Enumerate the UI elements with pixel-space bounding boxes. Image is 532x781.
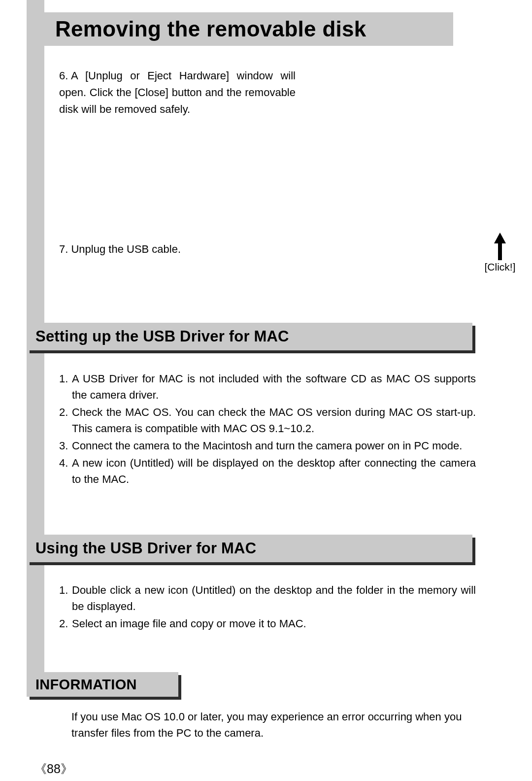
click-arrow-block: [Click!] bbox=[483, 233, 517, 273]
manual-page: Removing the removable disk 6.A [Unplug … bbox=[0, 0, 532, 781]
step-number: 7. bbox=[59, 243, 68, 255]
list-item: 1. Double click a new icon (Untitled) on… bbox=[59, 582, 476, 614]
information-title: INFORMATION bbox=[35, 677, 137, 693]
page-number-text: 《88》 bbox=[34, 762, 73, 776]
section-title: Using the USB Driver for MAC bbox=[35, 540, 256, 557]
using-list: 1. Double click a new icon (Untitled) on… bbox=[59, 582, 476, 633]
item-text: Check the MAC OS. You can check the MAC … bbox=[72, 404, 476, 437]
item-text: A new icon (Untitled) will be displayed … bbox=[72, 455, 476, 487]
item-number: 2. bbox=[59, 615, 72, 632]
step-text: Unplug the USB cable. bbox=[71, 243, 181, 255]
list-item: 4. A new icon (Untitled) will be display… bbox=[59, 455, 476, 487]
step-6: 6.A [Unplug or Eject Hardware] window wi… bbox=[59, 68, 296, 118]
header-bar: Setting up the USB Driver for MAC bbox=[27, 323, 472, 350]
click-label: [Click!] bbox=[483, 261, 517, 273]
item-text: Double click a new icon (Untitled) on th… bbox=[72, 582, 476, 614]
item-number: 1. bbox=[59, 371, 72, 403]
section-header-setup: Setting up the USB Driver for MAC bbox=[27, 323, 472, 350]
header-bar: Using the USB Driver for MAC bbox=[27, 535, 472, 562]
page-title: Removing the removable disk bbox=[55, 17, 366, 41]
page-number: 《88》 bbox=[34, 761, 73, 777]
section-title: Setting up the USB Driver for MAC bbox=[35, 328, 289, 345]
item-text: Connect the camera to the Macintosh and … bbox=[72, 438, 476, 454]
list-item: 2. Select an image file and copy or move… bbox=[59, 615, 476, 632]
step-text: A [Unplug or Eject Hardware] window will… bbox=[59, 69, 296, 115]
item-number: 1. bbox=[59, 582, 72, 614]
information-header: INFORMATION bbox=[27, 672, 178, 697]
svg-marker-0 bbox=[494, 233, 506, 260]
step-number: 6. bbox=[59, 68, 71, 84]
setup-list: 1. A USB Driver for MAC is not included … bbox=[59, 371, 476, 488]
item-text: Select an image file and copy or move it… bbox=[72, 615, 476, 632]
step-7: 7. Unplug the USB cable. bbox=[59, 241, 181, 257]
item-number: 2. bbox=[59, 404, 72, 437]
section-header-using: Using the USB Driver for MAC bbox=[27, 535, 472, 562]
header-bar: INFORMATION bbox=[27, 672, 178, 697]
list-item: 2. Check the MAC OS. You can check the M… bbox=[59, 404, 476, 437]
information-body: If you use Mac OS 10.0 or later, you may… bbox=[71, 709, 475, 741]
item-text: A USB Driver for MAC is not included wit… bbox=[72, 371, 476, 403]
list-item: 1. A USB Driver for MAC is not included … bbox=[59, 371, 476, 403]
page-title-bar: Removing the removable disk bbox=[27, 12, 453, 46]
item-number: 3. bbox=[59, 438, 72, 454]
item-number: 4. bbox=[59, 455, 72, 487]
list-item: 3. Connect the camera to the Macintosh a… bbox=[59, 438, 476, 454]
arrow-up-icon bbox=[493, 233, 507, 260]
